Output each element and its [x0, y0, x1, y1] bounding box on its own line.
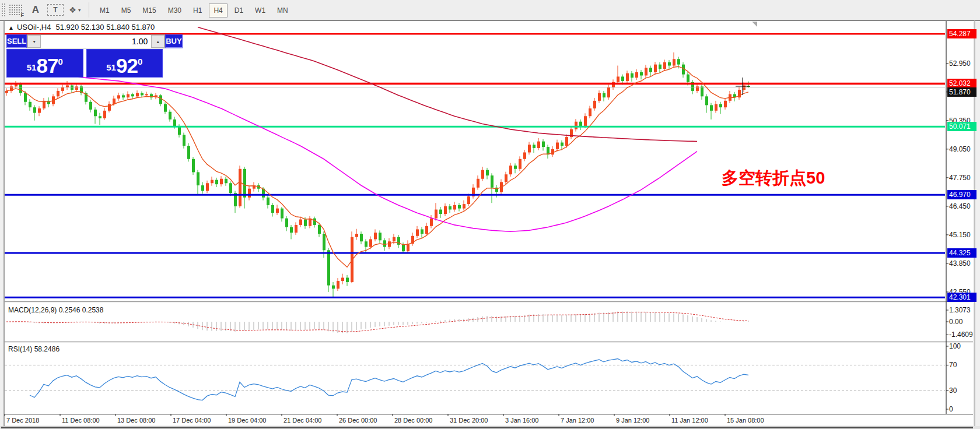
candle: [229, 183, 232, 193]
price-level-badge: 46.970: [947, 190, 977, 199]
candle: [337, 281, 340, 289]
rsi-axis-label: 70: [949, 361, 957, 369]
candle: [491, 175, 494, 188]
candle: [561, 143, 564, 146]
candle: [607, 87, 610, 97]
candle: [421, 229, 424, 234]
candle: [271, 205, 274, 213]
candle: [29, 102, 32, 107]
candle: [108, 104, 111, 111]
timeframe-mn[interactable]: MN: [272, 3, 293, 17]
sell-button[interactable]: SELL: [6, 34, 27, 48]
candle: [374, 233, 377, 239]
date-label: 17 Dec 04:00: [173, 417, 211, 424]
date-label: 21 Dec 04:00: [284, 417, 321, 424]
timeframe-h1[interactable]: H1: [188, 3, 206, 17]
price-level-badge: 42.301: [947, 293, 977, 302]
candle: [719, 104, 722, 108]
annotation-text: 多空转折点50: [722, 167, 825, 190]
timeframe-m30[interactable]: M30: [163, 3, 186, 17]
candle: [327, 250, 330, 285]
scrollbar-thumb[interactable]: [1, 427, 973, 428]
candle: [103, 111, 106, 118]
text-box-icon[interactable]: T: [47, 4, 64, 16]
candle: [439, 210, 442, 214]
candle: [295, 225, 298, 233]
sell-price-sup: 0: [58, 50, 62, 74]
candle: [285, 219, 288, 227]
candle: [127, 94, 130, 98]
candle: [486, 170, 489, 175]
toolbar: F A T ❖ ▼ M1M5M15M30H1H4D1W1MN: [0, 0, 980, 20]
timeframe-h4[interactable]: H4: [209, 3, 227, 17]
rsi-axis-label: 100: [949, 342, 961, 350]
candle: [640, 72, 643, 76]
collapse-icon[interactable]: ▲: [8, 24, 14, 31]
candle: [19, 85, 22, 93]
candle: [71, 85, 74, 90]
date-label: 3 Jan 16:00: [505, 417, 539, 424]
candle: [425, 226, 428, 234]
candle: [505, 174, 508, 182]
candle: [430, 219, 433, 226]
price-tick-label: 45.150: [949, 231, 971, 239]
candle: [290, 227, 293, 233]
candle: [201, 185, 204, 191]
candle: [393, 237, 396, 242]
timeframe-m5[interactable]: M5: [117, 3, 136, 17]
buy-button[interactable]: BUY: [165, 34, 182, 48]
candle: [710, 105, 713, 110]
candle: [542, 142, 545, 147]
candle: [645, 68, 648, 75]
one-click-trading-panel: SELL ▼ ▲ BUY 51 87 0 51 92 0: [6, 34, 163, 78]
bid-price-badge: 51.870: [947, 87, 977, 97]
candle: [668, 62, 671, 66]
timeframe-d1[interactable]: D1: [230, 3, 248, 17]
candle: [332, 286, 335, 289]
timeframe-m1[interactable]: M1: [95, 3, 114, 17]
date-label: 28 Dec 00:00: [394, 417, 432, 424]
candle: [197, 172, 200, 185]
volume-input[interactable]: [41, 35, 151, 48]
candle: [341, 277, 344, 281]
candle: [533, 145, 536, 148]
volume-increase-button[interactable]: ▲: [151, 35, 164, 48]
date-label: 7 Jan 12:00: [561, 417, 594, 424]
macd-axis-label: 0.00: [949, 318, 963, 326]
sell-price-big: 87: [36, 56, 58, 75]
candle: [458, 205, 461, 209]
price-tick-label: 49.050: [949, 145, 971, 153]
price-tick-label: 43.850: [949, 259, 971, 268]
timeframe-m15[interactable]: M15: [138, 3, 160, 17]
candle: [299, 219, 302, 224]
macd-axis-label: 1.3073: [949, 306, 971, 314]
timeframe-bar: M1M5M15M30H1H4D1W1MN: [94, 5, 294, 15]
date-label: 11 Dec 08:00: [62, 417, 100, 424]
date-label: 11 Jan 12:00: [671, 417, 708, 424]
candle: [99, 116, 102, 118]
candle: [281, 209, 284, 219]
date-label: 15 Jan 08:00: [727, 417, 764, 424]
buy-quote[interactable]: 51 92 0: [86, 49, 163, 78]
timeframe-w1[interactable]: W1: [250, 3, 270, 17]
text-label-icon[interactable]: A: [27, 2, 44, 18]
volume-decrease-button[interactable]: ▼: [27, 35, 41, 48]
sell-quote[interactable]: 51 87 0: [6, 49, 83, 78]
candle: [626, 73, 629, 81]
toolbar-drag-handle[interactable]: [1, 3, 6, 17]
grid-f-icon: F: [9, 4, 23, 16]
horizontal-scrollbar[interactable]: [0, 426, 980, 429]
indicator-list-icon[interactable]: F: [8, 2, 24, 18]
shapes-tool-button[interactable]: ❖ ▼: [67, 2, 83, 18]
chart-shift-marker-icon[interactable]: [752, 22, 757, 27]
candle: [673, 59, 676, 65]
candle: [113, 99, 116, 104]
candle: [579, 122, 582, 126]
candle: [523, 152, 526, 159]
candle: [705, 96, 708, 105]
candle: [663, 62, 666, 69]
candle: [164, 104, 167, 112]
candle: [654, 65, 657, 72]
candle: [519, 159, 522, 169]
candle: [57, 91, 60, 96]
